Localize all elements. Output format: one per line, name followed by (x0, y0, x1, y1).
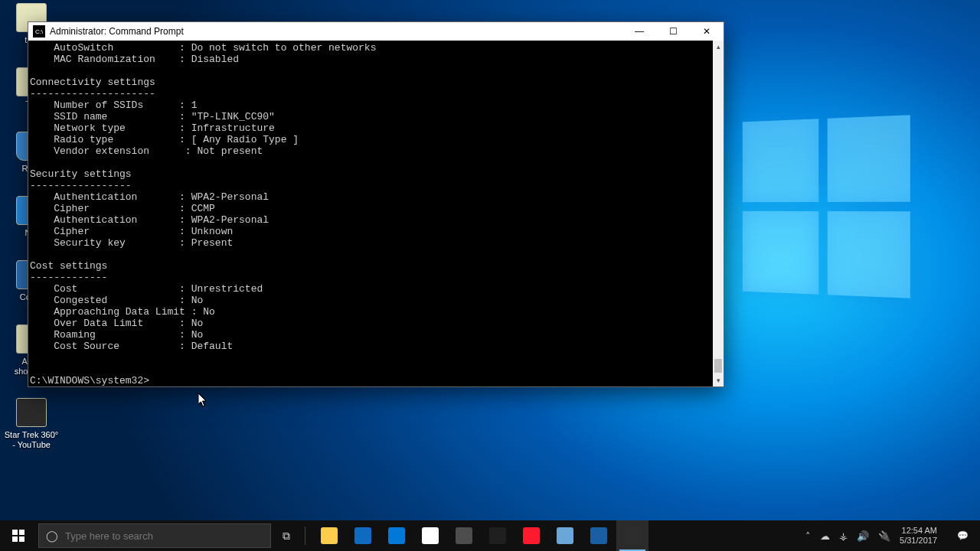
mouse-cursor (198, 393, 207, 407)
search-box[interactable]: ◯ (38, 523, 271, 548)
tray-overflow-icon[interactable]: ˄ (805, 530, 811, 542)
start-button[interactable] (0, 520, 37, 551)
power-icon[interactable]: 🔌 (878, 530, 890, 542)
onedrive-icon[interactable]: ☁ (820, 530, 830, 542)
taskbar-app-settings[interactable] (448, 520, 480, 551)
close-button[interactable]: ✕ (690, 22, 724, 41)
window-title: Administrator: Command Prompt (50, 26, 622, 37)
scroll-thumb[interactable] (714, 359, 722, 373)
taskbar-app-store[interactable] (482, 520, 514, 551)
desktop-icon-label: Star Trek 360° - YouTube (4, 430, 59, 450)
taskbar-app-mail[interactable] (347, 520, 379, 551)
scroll-track[interactable] (713, 53, 724, 374)
task-view-button[interactable]: ⧉ (271, 530, 302, 543)
scrollbar[interactable]: ▴ ▾ (713, 41, 724, 386)
taskbar-app-photos[interactable] (583, 520, 615, 551)
clock-date: 5/31/2017 (900, 536, 937, 546)
action-center-button[interactable]: 💬 (948, 520, 977, 551)
system-tray: ˄ ☁ ⚶ 🔊 🔌 12:54 AM 5/31/2017 💬 (798, 520, 980, 551)
clock-time: 12:54 AM (900, 526, 937, 536)
taskbar-app-chrome[interactable] (414, 520, 446, 551)
chrome-icon (422, 527, 439, 544)
cmd-icon (624, 527, 641, 544)
maximize-button[interactable]: ☐ (656, 22, 690, 41)
command-prompt-window: C:\ Administrator: Command Prompt — ☐ ✕ … (28, 21, 724, 387)
store-icon (489, 527, 506, 544)
terminal-output[interactable]: AutoSwitch : Do not switch to other netw… (28, 41, 713, 386)
edge-icon (388, 527, 405, 544)
taskbar-app-file-explorer[interactable] (313, 520, 345, 551)
trek-icon (16, 398, 47, 427)
scroll-down-button[interactable]: ▾ (713, 374, 724, 386)
titlebar[interactable]: C:\ Administrator: Command Prompt — ☐ ✕ (28, 22, 724, 41)
scroll-up-button[interactable]: ▴ (713, 41, 724, 53)
file-explorer-icon (321, 527, 338, 544)
clock[interactable]: 12:54 AM 5/31/2017 (900, 526, 939, 546)
pinned-apps (313, 520, 648, 551)
settings-icon (456, 527, 472, 544)
minimize-button[interactable]: — (622, 22, 656, 41)
taskbar-app-cmd[interactable] (616, 520, 648, 551)
cmd-icon: C:\ (33, 25, 45, 37)
taskbar-app-misc1[interactable] (549, 520, 581, 551)
mail-icon (354, 527, 371, 544)
cortana-icon: ◯ (39, 530, 65, 542)
wallpaper-windows-logo (743, 115, 910, 298)
taskbar-separator (305, 527, 305, 545)
taskbar-app-edge[interactable] (381, 520, 413, 551)
photos-icon (590, 527, 607, 544)
search-input[interactable] (65, 530, 270, 542)
taskbar-app-opera[interactable] (515, 520, 547, 551)
opera-icon (523, 527, 540, 544)
desktop-icon-trek[interactable]: Star Trek 360° - YouTube (4, 398, 59, 450)
taskbar: ◯ ⧉ ˄ ☁ ⚶ 🔊 🔌 12:54 AM 5/31/2017 💬 (0, 520, 980, 551)
misc1-icon (557, 527, 573, 544)
wifi-icon[interactable]: ⚶ (839, 530, 848, 542)
sound-icon[interactable]: 🔊 (857, 530, 869, 542)
